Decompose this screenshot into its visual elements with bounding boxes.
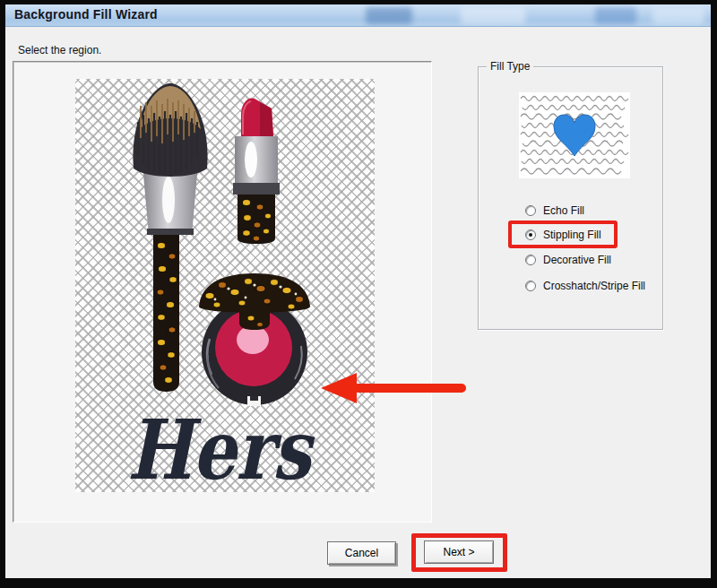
- stipple-preview-image: [519, 92, 630, 178]
- region-preview-panel[interactable]: Hers: [13, 61, 432, 523]
- background-window-artifact: [652, 7, 704, 24]
- radio-label-crosshatch-stripe-fill: Crosshatch/Stripe Fill: [543, 280, 645, 292]
- radio-circle-crosshatch-stripe-fill[interactable]: [525, 281, 536, 291]
- fill-type-group: Fill Type: [478, 66, 663, 330]
- radio-circle-stippling-fill[interactable]: [525, 229, 536, 240]
- radio-label-echo-fill: Echo Fill: [543, 204, 584, 217]
- radio-option-stippling-fill[interactable]: Stippling Fill: [522, 226, 601, 244]
- design-text-hers: Hers: [127, 402, 315, 492]
- cancel-button[interactable]: Cancel: [327, 541, 396, 565]
- background-fill-wizard-dialog: Background Fill Wizard Select the region…: [5, 4, 711, 578]
- radio-label-decorative-fill: Decorative Fill: [543, 254, 611, 266]
- lipstick-graphic: [233, 98, 280, 244]
- compact-graphic: [199, 273, 310, 406]
- radio-option-crosshatch-stripe-fill[interactable]: Crosshatch/Stripe Fill: [522, 277, 645, 295]
- annotation-box-next: Next >: [411, 533, 507, 572]
- dialog-titlebar[interactable]: Background Fill Wizard: [5, 4, 711, 27]
- background-window-artifact: [461, 7, 525, 24]
- radio-circle-decorative-fill[interactable]: [525, 255, 536, 265]
- screenshot-frame: Background Fill Wizard Select the region…: [0, 0, 717, 588]
- instruction-label: Select the region.: [18, 44, 101, 56]
- radio-option-decorative-fill[interactable]: Decorative Fill: [522, 251, 611, 269]
- group-label: Fill Type: [487, 60, 533, 73]
- makeup-brush-graphic: [133, 83, 207, 392]
- stipple-heart-icon: [519, 92, 630, 178]
- background-window-artifact: [595, 7, 636, 24]
- dialog-title: Background Fill Wizard: [14, 7, 158, 22]
- annotation-arrow-icon: [317, 371, 471, 405]
- radio-label-stippling-fill: Stippling Fill: [543, 229, 601, 241]
- crosshatch-region[interactable]: Hers: [75, 79, 375, 492]
- next-button[interactable]: Next >: [424, 540, 494, 564]
- makeup-design-graphic: Hers: [75, 79, 375, 492]
- radio-option-echo-fill[interactable]: Echo Fill: [522, 202, 584, 220]
- background-window-artifact: [366, 7, 412, 24]
- radio-circle-echo-fill[interactable]: [525, 205, 536, 216]
